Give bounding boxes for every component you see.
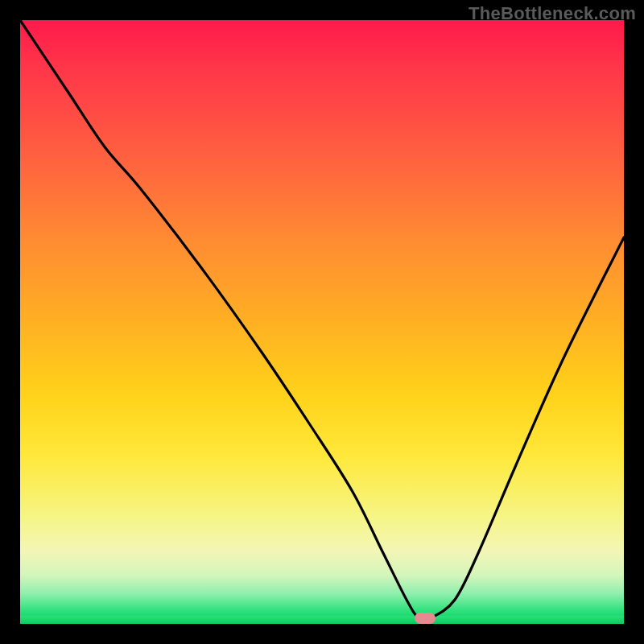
plot-area [20,20,624,624]
optimal-point-marker [415,613,436,624]
chart-frame: TheBottleneck.com [0,0,644,644]
bottleneck-curve [20,20,624,624]
watermark-label: TheBottleneck.com [469,3,636,24]
